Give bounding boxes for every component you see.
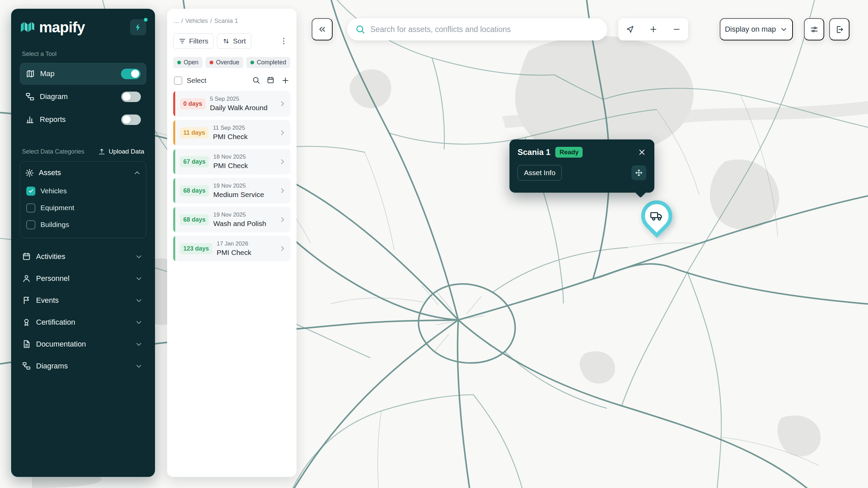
due-days-badge: 123 days: [180, 243, 212, 254]
open-dot: [177, 61, 181, 64]
chevron-up-icon[interactable]: [133, 169, 141, 177]
exit-button[interactable]: [829, 18, 849, 40]
chevron-right-icon: [278, 100, 286, 108]
map-controls: [618, 18, 688, 40]
filter-icon: [179, 37, 186, 45]
category-item-buildings[interactable]: Buildings: [25, 216, 141, 233]
map-icon: [26, 69, 35, 78]
completed-dot: [250, 61, 254, 64]
reports-toggle[interactable]: [121, 115, 141, 125]
chevron-down-icon: [135, 362, 143, 370]
task-panel: ... / Vehicles / Scania 1 Filters Sort O…: [167, 9, 297, 477]
task-title: Wash and Polish: [213, 220, 266, 228]
more-options-button[interactable]: [277, 33, 290, 49]
asset-info-button[interactable]: Asset Info: [518, 165, 562, 181]
tool-item-reports[interactable]: Reports: [20, 109, 146, 130]
category-item-vehicles[interactable]: Vehicles: [25, 183, 141, 199]
diagram-icon: [25, 92, 35, 101]
legend-completed[interactable]: Completed: [246, 57, 290, 68]
assets-group-header[interactable]: Assets: [25, 163, 141, 183]
category-certification[interactable]: Certification: [20, 311, 146, 333]
notification-dot: [144, 18, 148, 22]
chevron-down-icon: [135, 253, 143, 261]
task-date: 18 Nov 2025: [213, 154, 248, 160]
upload-data-button[interactable]: Upload Data: [98, 148, 144, 155]
checkbox-label: Equipment: [40, 204, 74, 212]
category-documentation[interactable]: Documentation: [20, 333, 146, 355]
close-icon: [638, 148, 646, 157]
display-on-map-dropdown[interactable]: Display on map: [720, 18, 793, 40]
task-row[interactable]: 11 days 11 Sep 2025 PMI Check: [173, 120, 290, 145]
select-all-checkbox[interactable]: [174, 76, 182, 85]
asset-title: Scania 1: [518, 148, 550, 157]
diagram-icon: [22, 361, 31, 370]
category-events[interactable]: Events: [20, 289, 146, 311]
document-icon: [22, 339, 31, 349]
status-legend: Open Overdue Completed: [173, 57, 290, 68]
search-icon: [355, 24, 365, 34]
filters-button[interactable]: Filters: [173, 33, 214, 49]
category-label: Events: [36, 296, 59, 305]
tool-label: Reports: [40, 115, 66, 124]
collapse-panel-button[interactable]: [312, 18, 333, 40]
zoom-in-button[interactable]: [642, 18, 665, 40]
chevron-down-icon: [135, 274, 143, 283]
category-diagrams[interactable]: Diagrams: [20, 355, 146, 377]
tool-item-map[interactable]: Map: [20, 63, 146, 85]
breadcrumb-separator: /: [210, 18, 212, 25]
upload-icon: [98, 148, 105, 155]
move-asset-button[interactable]: [631, 165, 646, 180]
task-row[interactable]: 68 days 19 Nov 2025 Medium Service: [173, 178, 290, 203]
upload-label: Upload Data: [108, 148, 144, 155]
category-personnel[interactable]: Personnel: [20, 267, 146, 289]
person-icon: [22, 274, 31, 283]
task-row[interactable]: 123 days 17 Jan 2026 PMI Check: [173, 236, 290, 261]
vehicle-map-marker[interactable]: [641, 200, 672, 231]
tool-label: Map: [40, 69, 55, 78]
search-tasks-icon[interactable]: [252, 76, 260, 84]
legend-open[interactable]: Open: [173, 57, 203, 68]
sort-button[interactable]: Sort: [217, 33, 251, 49]
category-label: Certification: [36, 318, 75, 327]
legend-overdue[interactable]: Overdue: [206, 57, 243, 68]
calendar-view-icon[interactable]: [267, 76, 275, 84]
category-item-equipment[interactable]: Equipment: [25, 199, 141, 216]
close-popup-button[interactable]: [638, 148, 646, 157]
task-title: Daily Walk Around: [210, 104, 268, 112]
buildings-checkbox[interactable]: [26, 220, 35, 229]
diagram-toggle[interactable]: [121, 92, 141, 102]
navigate-icon: [626, 25, 634, 34]
legend-label: Open: [184, 59, 198, 66]
logout-icon: [835, 25, 844, 34]
task-date: 5 Sep 2025: [210, 96, 268, 102]
vehicles-checkbox[interactable]: [26, 187, 35, 196]
task-row[interactable]: 67 days 18 Nov 2025 PMI Check: [173, 149, 290, 174]
tool-item-diagram[interactable]: Diagram: [20, 86, 146, 107]
map-toggle[interactable]: [121, 69, 141, 79]
task-row[interactable]: 0 days 5 Sep 2025 Daily Walk Around: [173, 91, 290, 117]
task-title: PMI Check: [213, 133, 248, 141]
task-list: 0 days 5 Sep 2025 Daily Walk Around 11 d…: [173, 91, 290, 261]
search-bar[interactable]: [347, 18, 607, 40]
sliders-icon: [810, 25, 819, 34]
map-settings-button[interactable]: [804, 18, 824, 40]
quick-actions-button[interactable]: [130, 19, 146, 35]
zoom-out-button[interactable]: [665, 18, 688, 40]
legend-label: Completed: [257, 59, 286, 66]
chevron-right-icon: [278, 187, 286, 195]
task-row[interactable]: 68 days 19 Nov 2025 Wash and Polish: [173, 207, 290, 232]
breadcrumb-ellipsis[interactable]: ...: [174, 18, 179, 25]
status-badge: Ready: [555, 147, 583, 158]
pan-select-button[interactable]: [618, 18, 642, 40]
category-activities[interactable]: Activities: [20, 246, 146, 267]
sort-label: Sort: [233, 37, 246, 45]
flag-icon: [22, 296, 31, 305]
equipment-checkbox[interactable]: [26, 203, 35, 213]
gear-icon: [25, 168, 34, 177]
breadcrumb-vehicles[interactable]: Vehicles: [185, 18, 208, 25]
double-chevron-left-icon: [317, 25, 327, 34]
add-task-icon[interactable]: [281, 76, 290, 85]
search-input[interactable]: [370, 25, 599, 34]
assets-group: Assets Vehicles Equipment Buildings: [20, 161, 146, 238]
legend-label: Overdue: [216, 59, 239, 66]
